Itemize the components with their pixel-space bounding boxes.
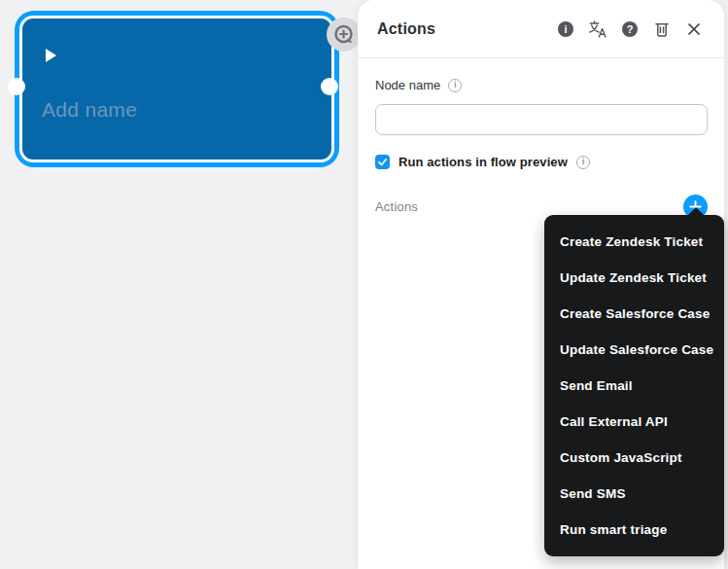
menu-item-create-salesforce-case[interactable]: Create Salesforce Case: [544, 296, 724, 332]
actions-node-body: Add name: [19, 16, 334, 162]
menu-item-create-zendesk-ticket[interactable]: Create Zendesk Ticket: [544, 224, 724, 260]
translate-icon[interactable]: [589, 20, 607, 38]
menu-item-run-smart-triage[interactable]: Run smart triage: [544, 512, 724, 548]
node-name-placeholder[interactable]: Add name: [42, 98, 137, 122]
panel-body: Node name i Run actions in flow preview …: [358, 58, 724, 219]
menu-item-send-email[interactable]: Send Email: [544, 368, 724, 404]
node-name-label-row: Node name i: [375, 78, 708, 92]
node-name-input[interactable]: [375, 104, 708, 135]
menu-caret-icon: [688, 207, 704, 215]
flow-preview-checkbox[interactable]: [375, 155, 390, 169]
play-icon: [46, 49, 56, 62]
actions-node[interactable]: Add name: [15, 11, 339, 167]
panel-title: Actions: [377, 20, 435, 38]
help-icon[interactable]: ?: [621, 20, 639, 38]
node-port-right[interactable]: [321, 78, 338, 95]
flow-builder-screen: Add name Actions i: [0, 0, 728, 569]
menu-item-call-external-api[interactable]: Call External API: [544, 404, 724, 440]
panel-header-icons: i ?: [557, 20, 703, 38]
close-icon[interactable]: [685, 20, 703, 38]
trash-icon[interactable]: [653, 20, 671, 38]
actions-section-label: Actions: [375, 199, 418, 214]
menu-item-update-salesforce-case[interactable]: Update Salesforce Case: [544, 332, 724, 368]
node-name-label: Node name: [375, 78, 440, 92]
flow-preview-checkbox-row: Run actions in flow preview i: [375, 155, 708, 169]
info-icon[interactable]: i: [557, 20, 574, 38]
flow-preview-info-icon[interactable]: i: [576, 156, 590, 169]
flow-preview-checkbox-label[interactable]: Run actions in flow preview: [399, 155, 568, 169]
panel-header: Actions i ?: [358, 0, 724, 58]
add-action-menu: Create Zendesk Ticket Update Zendesk Tic…: [544, 215, 724, 556]
menu-item-send-sms[interactable]: Send SMS: [544, 476, 724, 512]
menu-item-custom-javascript[interactable]: Custom JavaScript: [544, 440, 724, 476]
menu-item-update-zendesk-ticket[interactable]: Update Zendesk Ticket: [544, 260, 724, 296]
node-port-left[interactable]: [8, 78, 25, 95]
add-node-button[interactable]: [327, 18, 361, 52]
node-name-info-icon[interactable]: i: [448, 79, 462, 92]
bubble-plus-icon: [333, 24, 355, 46]
